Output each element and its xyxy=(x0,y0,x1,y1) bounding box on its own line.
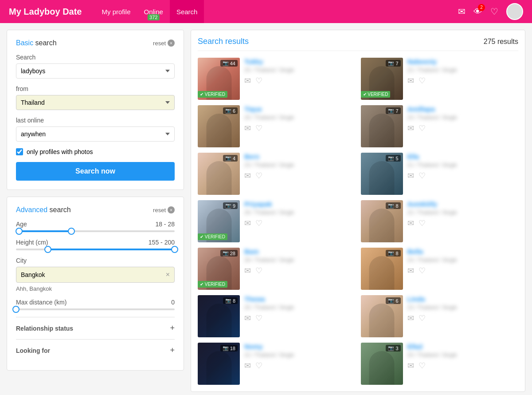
favorite-icon[interactable]: ♡ xyxy=(419,313,426,323)
profile-actions: ✉ ♡ xyxy=(407,218,519,228)
favorite-icon[interactable]: ♡ xyxy=(419,266,426,276)
favorite-icon[interactable]: ♡ xyxy=(255,171,262,181)
city-input[interactable] xyxy=(21,271,166,278)
profile-card: 📷8 Aomkiiify 22 / Thailand / Single ✉ ♡ xyxy=(361,200,519,242)
profile-image-wrap: 📷6 xyxy=(198,105,240,147)
favorite-icon[interactable]: ♡ xyxy=(255,266,262,276)
profile-info: Thewa 25 / Thailand / Single ✉ ♡ xyxy=(244,295,356,323)
profile-card: 📷6 Linda 23 / Thailand / Single ✉ ♡ xyxy=(361,295,519,337)
age-slider[interactable] xyxy=(16,230,175,232)
basic-search-reset[interactable]: reset × xyxy=(153,40,175,47)
profile-info: Bam 28 / Thailand / Single ✉ ♡ xyxy=(244,248,356,276)
avatar[interactable] xyxy=(506,3,523,20)
main-layout: Basic search reset × Search ladyboys fro… xyxy=(0,23,532,395)
mail-icon[interactable]: ✉ xyxy=(458,6,466,17)
photo-count-badge: 📷5 xyxy=(386,155,400,162)
profile-image-wrap: 📷3 xyxy=(361,343,403,385)
message-icon[interactable]: ✉ xyxy=(244,313,251,323)
search-label: Search xyxy=(16,54,175,61)
photos-only-checkbox[interactable] xyxy=(16,148,23,155)
profile-name[interactable]: Tique xyxy=(244,105,356,113)
profile-name[interactable]: Tukky xyxy=(244,58,356,65)
search-now-button[interactable]: Search now xyxy=(16,162,175,181)
favorite-icon[interactable]: ♡ xyxy=(419,123,426,133)
message-icon[interactable]: ✉ xyxy=(244,361,251,371)
profile-name[interactable]: Nomy xyxy=(244,343,356,350)
city-hint: Ahh, Bangkok xyxy=(16,285,175,292)
favorite-icon[interactable]: ♡ xyxy=(255,361,262,371)
height-thumb-max[interactable] xyxy=(171,246,178,253)
nav-online[interactable]: Online 372 xyxy=(137,0,170,23)
message-icon[interactable]: ✉ xyxy=(407,76,414,86)
heart-icon[interactable]: ♡ xyxy=(490,6,498,17)
basic-panel-title: Basic search xyxy=(16,39,57,47)
profile-name[interactable]: Nabeeniy xyxy=(407,58,519,65)
profile-info: Bern 23 / Thailand / Single ✉ ♡ xyxy=(244,153,356,181)
profile-info: Nomy 22 / Thailand / Single ✉ ♡ xyxy=(244,343,356,371)
advanced-panel-title: Advanced search xyxy=(16,206,71,214)
profile-name[interactable]: Bam xyxy=(244,248,356,255)
message-icon[interactable]: ✉ xyxy=(407,313,414,323)
advanced-panel-header: Advanced search reset × xyxy=(16,206,175,214)
last-online-select[interactable]: anywhen xyxy=(16,126,175,142)
profile-actions: ✉ ♡ xyxy=(407,76,519,86)
profile-name[interactable]: Ella2 xyxy=(407,343,519,350)
message-icon[interactable]: ✉ xyxy=(244,123,251,133)
profile-name[interactable]: Thewa xyxy=(244,295,356,303)
favorite-icon[interactable]: ♡ xyxy=(255,313,262,323)
message-icon[interactable]: ✉ xyxy=(244,76,251,86)
favorite-icon[interactable]: ♡ xyxy=(255,218,262,228)
age-thumb-min[interactable] xyxy=(16,228,23,235)
advanced-search-reset[interactable]: reset × xyxy=(153,206,175,213)
favorite-icon[interactable]: ♡ xyxy=(419,361,426,371)
profile-name[interactable]: Bern xyxy=(244,153,356,160)
profile-actions: ✉ ♡ xyxy=(244,76,356,86)
message-icon[interactable]: ✉ xyxy=(407,361,414,371)
height-thumb-min[interactable] xyxy=(44,246,51,253)
looking-for-section[interactable]: Looking for + xyxy=(16,339,175,361)
eye-icon[interactable]: 👁 2 xyxy=(473,7,482,17)
message-icon[interactable]: ✉ xyxy=(407,171,414,181)
max-dist-thumb[interactable] xyxy=(12,306,20,313)
looking-for-expand-icon: + xyxy=(170,346,175,355)
height-slider[interactable] xyxy=(16,249,175,250)
favorite-icon[interactable]: ♡ xyxy=(255,123,262,133)
profile-image-wrap: 📷5 xyxy=(361,153,403,195)
search-type-select[interactable]: ladyboys xyxy=(16,63,175,79)
profile-image-wrap: 📷28 ✔ VERIFIED xyxy=(198,248,240,290)
profile-card: 📷5 Ella 21 / Thailand / Single ✉ ♡ xyxy=(361,153,519,195)
advanced-search-panel: Advanced search reset × Age 18 - 28 Heig… xyxy=(7,197,184,371)
message-icon[interactable]: ✉ xyxy=(244,171,251,181)
favorite-icon[interactable]: ♡ xyxy=(419,218,426,228)
favorite-icon[interactable]: ♡ xyxy=(419,76,426,86)
photo-count-badge: 📷9 xyxy=(223,202,238,209)
message-icon[interactable]: ✉ xyxy=(407,123,414,133)
profile-meta: 22 / Thailand / Single xyxy=(407,67,519,73)
profile-name[interactable]: Amillapa xyxy=(407,105,519,113)
message-icon[interactable]: ✉ xyxy=(407,218,414,228)
profile-name[interactable]: Bella xyxy=(407,248,519,255)
favorite-icon[interactable]: ♡ xyxy=(255,76,262,86)
photo-count-badge: 📷18 xyxy=(220,345,238,352)
profile-name[interactable]: Aomkiiify xyxy=(407,200,519,208)
profile-actions: ✉ ♡ xyxy=(244,313,356,323)
message-icon[interactable]: ✉ xyxy=(244,218,251,228)
age-thumb-max[interactable] xyxy=(68,228,75,235)
profile-name[interactable]: Priyapak xyxy=(244,200,356,208)
from-select[interactable]: Thailand xyxy=(16,95,175,110)
relationship-status-section[interactable]: Relationship status + xyxy=(16,317,175,339)
profile-name[interactable]: Ella xyxy=(407,153,519,160)
results-grid: 📷44 ✔ VERIFIED Tukky 25 / Thailand / Sin… xyxy=(198,58,518,385)
favorite-icon[interactable]: ♡ xyxy=(419,171,426,181)
city-clear-icon[interactable]: × xyxy=(166,271,170,279)
online-count-badge: 372 xyxy=(148,14,159,20)
nav-my-profile[interactable]: My profile xyxy=(95,0,137,23)
profile-name[interactable]: Linda xyxy=(407,295,519,303)
profile-meta: 22 / Thailand / Single xyxy=(407,209,519,216)
message-icon[interactable]: ✉ xyxy=(407,266,414,276)
photo-count-badge: 📷44 xyxy=(220,60,238,67)
nav-search[interactable]: Search xyxy=(170,0,204,23)
city-input-wrap: × xyxy=(16,267,175,283)
max-dist-slider[interactable] xyxy=(16,308,175,310)
message-icon[interactable]: ✉ xyxy=(244,266,251,276)
